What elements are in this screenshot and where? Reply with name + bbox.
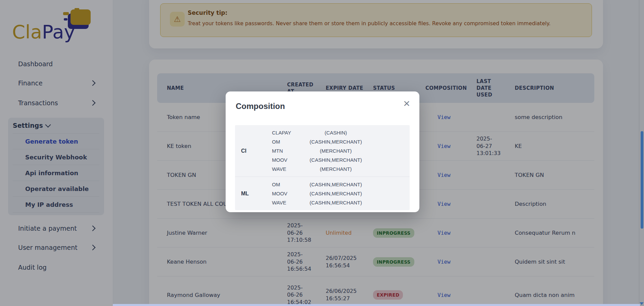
operator-name: OM	[272, 139, 307, 145]
operator-name: CLAPAY	[272, 130, 307, 136]
close-icon[interactable]: ×	[403, 98, 410, 109]
operator-rows: OM(CASHIN,MERCHANT)MOOV(CASHIN,MERCHANT)…	[272, 180, 410, 207]
operator-name: MOOV	[272, 157, 307, 163]
scrollbar-down-arrow-icon[interactable]	[640, 302, 644, 305]
operator-permissions: (MERCHANT)	[307, 148, 364, 154]
country-code: CI	[235, 128, 272, 174]
operator-row: WAVE(CASHIN,MERCHANT)	[272, 198, 410, 207]
operator-name: WAVE	[272, 200, 307, 205]
operator-permissions: (CASHIN,MERCHANT)	[307, 157, 364, 163]
operator-permissions: (CASHIN,MERCHANT)	[307, 191, 364, 196]
operator-name: WAVE	[272, 166, 307, 172]
operator-row: MOOV(CASHIN,MERCHANT)	[272, 155, 410, 164]
composition-panel: CICLAPAY(CASHIN)OM(CASHIN,MERCHANT)MTN(M…	[235, 125, 410, 210]
operator-row: WAVE(MERCHANT)	[272, 164, 410, 174]
composition-modal: Composition × CICLAPAY(CASHIN)OM(CASHIN,…	[226, 91, 419, 212]
operator-permissions: (CASHIN,MERCHANT)	[307, 182, 364, 187]
operator-rows: CLAPAY(CASHIN)OM(CASHIN,MERCHANT)MTN(MER…	[272, 128, 410, 174]
horizontal-scrollbar[interactable]	[113, 304, 640, 306]
operator-permissions: (CASHIN)	[307, 130, 364, 136]
operator-name: OM	[272, 182, 307, 187]
composition-section-ml: MLOM(CASHIN,MERCHANT)MOOV(CASHIN,MERCHAN…	[235, 177, 410, 210]
operator-permissions: (CASHIN,MERCHANT)	[307, 139, 364, 145]
operator-row: OM(CASHIN,MERCHANT)	[272, 180, 410, 189]
operator-name: MTN	[272, 148, 307, 154]
operator-row: CLAPAY(CASHIN)	[272, 128, 410, 137]
operator-name: MOOV	[272, 191, 307, 196]
modal-title: Composition	[236, 102, 285, 111]
operator-permissions: (MERCHANT)	[307, 166, 364, 172]
country-code: ML	[235, 180, 272, 207]
operator-row: OM(CASHIN,MERCHANT)	[272, 137, 410, 146]
composition-section-ci: CICLAPAY(CASHIN)OM(CASHIN,MERCHANT)MTN(M…	[235, 125, 410, 177]
operator-row: MTN(MERCHANT)	[272, 146, 410, 155]
app-root: ClaPay Dashboard Finance Transactions Se…	[0, 0, 644, 306]
vertical-scrollbar-thumb[interactable]	[641, 131, 643, 229]
operator-row: MOOV(CASHIN,MERCHANT)	[272, 189, 410, 198]
operator-permissions: (CASHIN,MERCHANT)	[307, 200, 364, 205]
